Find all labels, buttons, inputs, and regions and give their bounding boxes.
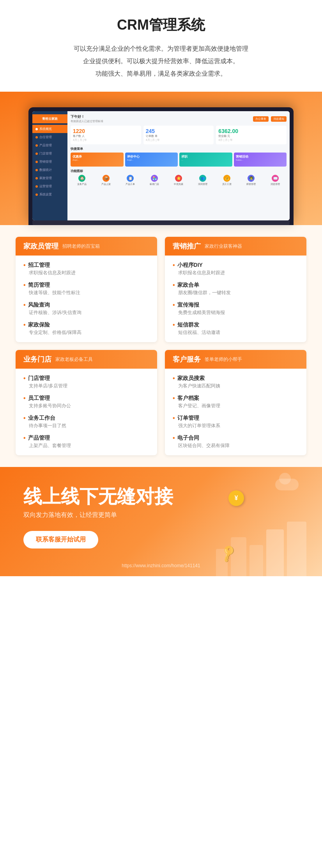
sidebar-item-8[interactable]: 系统设置: [32, 190, 67, 199]
icon-circle-4: 🏪: [151, 175, 158, 182]
feature-item-2-2: 业务工作台 待办事项一目了然: [23, 415, 149, 429]
panel-subtitle-3: 签单老师的小帮手: [205, 356, 242, 363]
sidebar-item-0[interactable]: 系统概览: [32, 125, 67, 133]
sidebar-item-6[interactable]: 家政管理: [32, 174, 67, 182]
func-icons-row: 🏠 业务产品 📦 产品上架 📋 产品工单 🏪 标准门店: [71, 175, 287, 186]
icon-circle-7: 💰: [223, 175, 230, 182]
sidebar-item-2[interactable]: 产品管理: [32, 141, 67, 149]
todo-button[interactable]: 办公事务: [253, 116, 269, 122]
panel-body-3: 家政员搜索 为客户快速匹配阿姨 客户档案 客户登记、画像管理 订单管理 强大的订…: [165, 369, 306, 455]
feature-panel-1: 营销推广 家政行业获客神器 小程序DIY 求职报名信息及时跟进 家政合单 朋友圈…: [165, 237, 306, 342]
sidebar-item-7[interactable]: 运营管理: [32, 182, 67, 190]
feature-item-title-3-3: 电子合同: [173, 435, 299, 442]
panel-subtitle-2: 家政老板必备工具: [55, 356, 93, 363]
feature-item-0-0: 招工管理 求职报名信息及时跟进: [23, 262, 149, 276]
icon-item-4[interactable]: 🏪 标准门店: [143, 175, 166, 186]
sub-greeting-text: 有效跟进人已超过管理标准: [71, 119, 103, 123]
sidebar-item-3[interactable]: 门店管理: [32, 149, 67, 158]
feature-item-0-1: 简历管理 快速等级、技能个性标注: [23, 282, 149, 296]
notify-button[interactable]: 消息通知: [271, 116, 287, 122]
hero-section: CRM管理系统 可以充分满足企业的个性化需求。为管理者更加高效便捷地管理 企业提…: [0, 0, 322, 92]
feature-item-1-3: 短信群发 短信祝福、活动邀请: [173, 321, 299, 336]
feature-item-0-2: 风险查询 证件核验、涉诉/失信查询: [23, 302, 149, 316]
sidebar-item-label: 营销管理: [39, 160, 52, 164]
panel-subtitle-1: 家政行业获客神器: [205, 243, 242, 250]
icon-label-3: 产品工单: [126, 183, 135, 186]
tile-marketing[interactable]: 营销活动 Sales...: [234, 153, 287, 167]
laptop-sidebar: 青秸云家政 系统概览 台任管理 产品管理 门店管理: [32, 111, 67, 220]
greeting-text: 下午好！: [71, 114, 103, 119]
panel-title-1: 营销推广: [173, 241, 201, 251]
stat-num-orders: 245: [146, 128, 212, 134]
icon-item-6[interactable]: 👥 河间管理: [191, 175, 214, 186]
icon-item-1[interactable]: 🏠 业务产品: [71, 175, 93, 186]
feature-item-title-1-0: 小程序DIY: [173, 262, 299, 269]
icon-label-8: 师资管理: [246, 183, 256, 186]
banner-section: ¥ 🔑 线上线下无缝对接 双向发力落地有效，让经营更简单 联系客服开始试用 ht…: [0, 467, 322, 576]
feature-item-title-3-1: 客户档案: [173, 395, 299, 402]
icon-label-5: 中优先级: [174, 183, 183, 186]
icon-item-8[interactable]: 👨‍🏫 师资管理: [240, 175, 262, 186]
icon-item-7[interactable]: 💰 员工工资: [216, 175, 238, 186]
icon-label-1: 业务产品: [77, 183, 87, 186]
feature-item-desc-3-1: 客户登记、画像管理: [173, 403, 299, 409]
icon-label-2: 产品上架: [101, 183, 111, 186]
sidebar-item-5[interactable]: 数据统计: [32, 166, 67, 174]
feature-panel-3: 客户服务 签单老师的小帮手 家政员搜索 为客户快速匹配阿姨 客户档案 客户登记、…: [165, 350, 306, 455]
stat-label-customers: 客户数 人: [73, 134, 139, 138]
banner-cta-button[interactable]: 联系客服开始试用: [23, 531, 98, 548]
panel-title-2: 业务门店: [23, 355, 51, 364]
sidebar-item-label: 家政管理: [39, 176, 52, 180]
icon-circle-5: ⭐: [175, 175, 182, 182]
feature-item-title-1-2: 宣传海报: [173, 302, 299, 309]
feature-item-desc-0-3: 专业定制、价格低/保障高: [23, 329, 149, 336]
sidebar-dot: [35, 144, 38, 147]
feature-item-3-3: 电子合同 区块链合同、交易有保障: [173, 435, 299, 449]
panel-header-2: 业务门店 家政老板必备工具: [16, 350, 157, 369]
feature-item-desc-0-2: 证件核验、涉诉/失信查询: [23, 309, 149, 316]
feature-item-1-2: 宣传海报 免费生成精美营销海报: [173, 302, 299, 316]
icon-item-2[interactable]: 📦 产品上架: [95, 175, 117, 186]
feature-item-1-0: 小程序DIY 求职报名信息及时跟进: [173, 262, 299, 276]
icon-label-9: 消息管理: [271, 183, 280, 186]
sidebar-dot: [35, 161, 38, 163]
feature-item-desc-0-1: 快速等级、技能个性标注: [23, 289, 149, 296]
panel-body-2: 门店管理 支持单店/多店管理 员工管理 支持多账号协同办公 业务工作台 待办事项…: [16, 369, 157, 455]
feature-item-desc-3-2: 强大的订单管理体系: [173, 422, 299, 429]
feature-item-title-1-3: 短信群发: [173, 321, 299, 328]
feature-panel-2: 业务门店 家政老板必备工具 门店管理 支持单店/多店管理 员工管理 支持多账号协…: [16, 350, 157, 455]
sidebar-item-label: 系统设置: [39, 192, 52, 197]
building-3: [249, 545, 263, 576]
icon-item-5[interactable]: ⭐ 中优先级: [167, 175, 190, 186]
stat-card-customers: 1220 客户数 人 4月 | 月 | 年: [71, 126, 141, 144]
stat-num-revenue: 6362.00: [218, 128, 284, 134]
banner-main-title: 线上线下无缝对接: [23, 486, 299, 507]
panel-body-0: 招工管理 求职报名信息及时跟进 简历管理 快速等级、技能个性标注 风险查询 证件…: [16, 256, 157, 342]
feature-item-2-3: 产品管理 上架产品、套餐管理: [23, 435, 149, 449]
hero-desc-line2: 企业提供便利。可以极大提升经营效率、降低运营成本。: [83, 58, 239, 64]
mockup-section: 青秸云家政 系统概览 台任管理 产品管理 门店管理: [0, 92, 322, 225]
features-section: 家政员管理 招聘老师的百宝箱 招工管理 求职报名信息及时跟进 简历管理 快速等级…: [0, 225, 322, 467]
sidebar-item-label: 门店管理: [39, 151, 52, 156]
icon-circle-3: 📋: [127, 175, 134, 182]
sidebar-item-1[interactable]: 台任管理: [32, 133, 67, 141]
icon-item-9[interactable]: ✉️ 消息管理: [264, 175, 287, 186]
tile-review[interactable]: 评价中心 Anpl...: [125, 153, 178, 167]
tile-coupon[interactable]: 优惠券 Anpl...: [71, 153, 124, 167]
feature-item-title-2-2: 业务工作台: [23, 415, 149, 422]
laptop-screen: 青秸云家政 系统概览 台任管理 产品管理 门店管理: [32, 111, 290, 220]
icon-item-3[interactable]: 📋 产品工单: [119, 175, 142, 186]
feature-item-desc-1-2: 免费生成精美营销海报: [173, 309, 299, 316]
banner-sub-title: 双向发力落地有效，让经营更简单: [23, 511, 299, 519]
panel-header-1: 营销推广 家政行业获客神器: [165, 237, 306, 256]
feature-item-desc-3-3: 区块链合同、交易有保障: [173, 442, 299, 449]
sidebar-dot: [35, 193, 38, 196]
feature-item-1-1: 家政合单 朋友圈/微信群，一键转发: [173, 282, 299, 296]
feature-item-title-0-1: 简历管理: [23, 282, 149, 289]
sidebar-item-4[interactable]: 营销管理: [32, 158, 67, 166]
icon-label-7: 员工工资: [222, 183, 232, 186]
banner-url: https://www.inzhini.com/home/141141: [122, 563, 200, 568]
hero-desc-line1: 可以充分满足企业的个性化需求。为管理者更加高效便捷地管理: [74, 45, 248, 52]
feature-item-title-3-0: 家政员搜索: [173, 375, 299, 382]
tile-job[interactable]: 求职 ...: [179, 153, 232, 167]
